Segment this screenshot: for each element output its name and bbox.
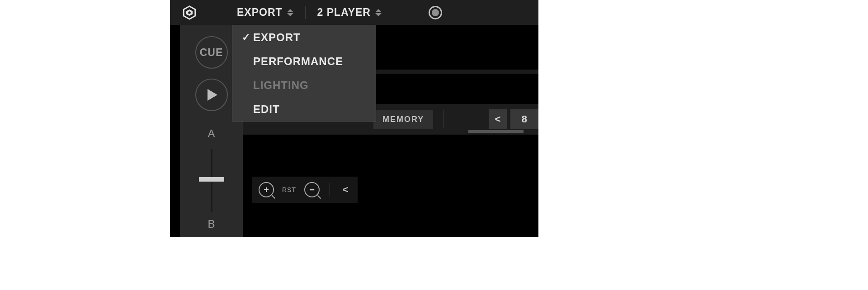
- plus-icon: +: [264, 185, 269, 195]
- mode-selector-label: EXPORT: [237, 6, 283, 19]
- beat-jump-prev-button[interactable]: <: [489, 109, 507, 129]
- stepper-arrows-icon: [375, 9, 382, 16]
- hexagon-logo-icon: [182, 5, 197, 20]
- minus-icon: −: [309, 185, 315, 195]
- cue-label: CUE: [200, 47, 223, 59]
- mode-option-label: LIGHTING: [253, 79, 309, 92]
- player-count-selector[interactable]: 2 PLAYER: [311, 6, 388, 19]
- memory-button[interactable]: MEMORY: [373, 110, 433, 129]
- mode-option-edit[interactable]: EDIT: [232, 97, 376, 121]
- check-icon: ✓: [239, 32, 253, 43]
- zoom-toolbar: + RST − <: [252, 177, 358, 203]
- zoom-reset-button[interactable]: RST: [282, 186, 296, 193]
- deck-b-label: B: [208, 218, 215, 230]
- mode-option-performance[interactable]: PERFORMANCE: [232, 49, 376, 73]
- waveform-prev-button[interactable]: <: [340, 184, 351, 196]
- chevron-left-icon: <: [343, 184, 349, 195]
- deck-a-label: A: [208, 127, 215, 140]
- cue-button[interactable]: CUE: [195, 36, 228, 69]
- player-count-label: 2 PLAYER: [317, 6, 371, 19]
- play-button[interactable]: [195, 79, 228, 111]
- mode-selector[interactable]: EXPORT: [231, 6, 300, 19]
- mode-option-label: EDIT: [253, 103, 280, 116]
- app-logo: [170, 5, 209, 20]
- record-icon: [429, 6, 442, 19]
- dj-app-window: EXPORT 2 PLAYER ✓ EXPORT PERFORMANCE: [170, 0, 538, 237]
- mode-dropdown: ✓ EXPORT PERFORMANCE LIGHTING EDIT: [232, 25, 376, 122]
- mode-option-label: EXPORT: [253, 31, 301, 44]
- memory-label: MEMORY: [382, 115, 424, 124]
- loop-progress: [468, 130, 524, 133]
- separator: [443, 110, 443, 128]
- stepper-arrows-icon: [287, 9, 293, 16]
- beat-jump-value-text: 8: [522, 113, 527, 125]
- mode-option-export[interactable]: ✓ EXPORT: [232, 25, 376, 49]
- fader-handle[interactable]: [199, 177, 224, 182]
- chevron-left-icon: <: [495, 113, 500, 125]
- separator: [330, 183, 330, 196]
- play-icon: [208, 89, 217, 101]
- mode-option-label: PERFORMANCE: [253, 55, 343, 68]
- svg-point-2: [188, 11, 191, 14]
- mode-option-lighting: LIGHTING: [232, 73, 376, 97]
- top-bar: EXPORT 2 PLAYER: [170, 0, 538, 25]
- zoom-in-button[interactable]: +: [259, 182, 274, 197]
- beat-jump-value[interactable]: 8: [510, 109, 538, 129]
- crossfader[interactable]: [211, 149, 212, 212]
- zoom-out-button[interactable]: −: [304, 182, 320, 197]
- record-button[interactable]: [429, 6, 442, 19]
- separator: [305, 6, 306, 19]
